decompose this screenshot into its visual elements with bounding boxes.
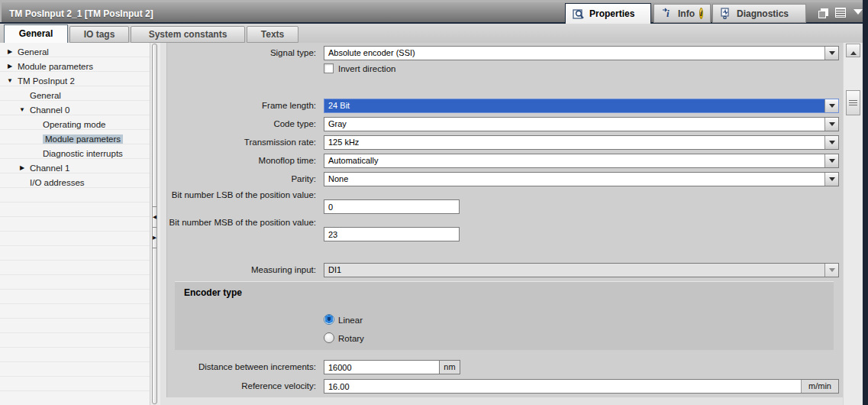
chevron-down-icon[interactable]	[824, 154, 838, 167]
thumb-grip-icon	[849, 100, 857, 101]
chevron-down-icon[interactable]	[18, 106, 26, 113]
signal-type-label: Signal type:	[167, 48, 316, 57]
navigation-tree: General Module parameters TM PosInput 2 …	[0, 43, 150, 405]
module-parameters-form: Signal type: Absolute encoder (SSI) Inve…	[166, 43, 843, 397]
chevron-down-icon[interactable]	[824, 118, 838, 131]
bit-msb-label: Bit number MSB of the position value:	[167, 218, 316, 227]
tab-strip: General IO tags System constants Texts	[0, 24, 863, 43]
tree-item-io-addresses[interactable]: I/O addresses	[0, 175, 150, 190]
tab-general[interactable]: General	[4, 24, 68, 43]
bit-lsb-input[interactable]	[324, 199, 460, 214]
measuring-input-label: Measuring input:	[167, 265, 316, 274]
chevron-down-icon[interactable]	[853, 9, 863, 19]
tab-info[interactable]: i Info i	[653, 4, 711, 23]
chevron-down-icon[interactable]	[6, 77, 14, 84]
monoflop-time-label: Monoflop time:	[167, 156, 316, 165]
properties-window: TM PosInput 2_1 [TM PosInput 2] Properti…	[0, 0, 868, 405]
chevron-down-icon[interactable]	[824, 47, 838, 60]
duplicate-panel-icon[interactable]	[818, 8, 828, 18]
measuring-input-select[interactable]: DI1	[324, 263, 839, 277]
collapse-left-icon[interactable]: ◀	[152, 207, 157, 227]
reference-velocity-label: Reference velocity:	[167, 381, 316, 390]
tab-texts[interactable]: Texts	[247, 26, 298, 43]
chevron-down-icon[interactable]	[824, 136, 838, 149]
tree-item-operating-mode[interactable]: Operating mode	[0, 117, 150, 131]
encoder-linear-label: Linear	[338, 316, 363, 325]
invert-direction-label: Invert direction	[338, 64, 395, 73]
tab-properties[interactable]: Properties	[565, 3, 651, 24]
info-badge-icon: i	[699, 8, 703, 19]
tab-properties-label: Properties	[589, 8, 634, 19]
encoder-rotary-label: Rotary	[338, 334, 364, 343]
frame-length-select[interactable]: 24 Bit	[324, 99, 839, 113]
selected-tree-item: Module parameters	[43, 134, 123, 144]
pane-splitter[interactable]: ◀ ▶	[150, 43, 160, 405]
tree-item-diagnostic-interrupts[interactable]: Diagnostic interrupts	[0, 146, 150, 160]
tree-item-module-parameters-channel0[interactable]: Module parameters	[0, 131, 150, 146]
distance-between-increments-label: Distance between increments:	[167, 362, 316, 371]
window-controls	[818, 6, 863, 19]
distance-unit-chip: nm	[440, 360, 460, 374]
bit-lsb-label: Bit number LSB of the position value:	[167, 190, 316, 199]
tab-diagnostics-label: Diagnostics	[737, 8, 789, 19]
chevron-down-icon[interactable]	[824, 99, 838, 112]
signal-type-select[interactable]: Absolute encoder (SSI)	[324, 46, 839, 60]
tree-item-module-parameters[interactable]: Module parameters	[0, 59, 150, 73]
reference-velocity-unit-chip: m/min	[801, 380, 838, 393]
transmission-rate-label: Transmission rate:	[167, 138, 316, 147]
info-icon: i	[661, 8, 673, 19]
window-title: TM PosInput 2_1 [TM PosInput 2]	[9, 8, 153, 19]
scroll-up-button[interactable]	[846, 44, 860, 57]
reference-velocity-input[interactable]	[324, 380, 801, 393]
tree-item-tm-posinput-2[interactable]: TM PosInput 2	[0, 73, 150, 88]
chevron-right-icon[interactable]	[6, 63, 14, 70]
transmission-rate-select[interactable]: 125 kHz	[324, 135, 839, 150]
splitter-collapse-controls: ◀ ▶	[152, 206, 157, 248]
chevron-right-icon[interactable]	[18, 164, 26, 171]
tab-diagnostics[interactable]: Diagnostics	[712, 4, 806, 23]
scrollbar-thumb[interactable]	[846, 90, 860, 115]
tab-system-constants[interactable]: System constants	[131, 26, 245, 43]
chevron-down-icon[interactable]	[824, 173, 838, 186]
reference-velocity-field: m/min	[324, 379, 839, 394]
collapse-right-icon[interactable]: ▶	[152, 228, 157, 248]
encoder-rotary-radio[interactable]	[324, 332, 334, 343]
tree-item-general[interactable]: General	[0, 44, 150, 59]
thumb-grip-icon	[849, 105, 857, 105]
parity-select[interactable]: None	[324, 172, 839, 186]
encoder-type-title: Encoder type	[184, 287, 242, 298]
distance-between-increments-input[interactable]	[324, 360, 440, 374]
vertical-scrollbar[interactable]	[843, 43, 863, 405]
frame-length-label: Frame length:	[167, 101, 316, 110]
tree-item-channel-1[interactable]: Channel 1	[0, 160, 150, 175]
tab-info-label: Info	[678, 8, 695, 19]
parity-label: Parity:	[167, 174, 316, 183]
chevron-down-icon[interactable]	[824, 264, 838, 277]
tree-item-general-child[interactable]: General	[0, 88, 150, 102]
monoflop-time-select[interactable]: Automatically	[324, 154, 839, 168]
diagnostics-icon	[720, 8, 732, 19]
properties-magnifier-icon	[573, 8, 585, 20]
svg-text:i: i	[666, 8, 670, 19]
encoder-type-section: Encoder type Linear Rotary	[175, 281, 834, 350]
chevron-right-icon[interactable]	[6, 48, 14, 55]
splitter-divider	[153, 248, 156, 248]
thumb-grip-icon	[849, 102, 857, 103]
code-type-label: Code type:	[167, 119, 316, 128]
code-type-select[interactable]: Gray	[324, 117, 839, 131]
tree-item-channel-0[interactable]: Channel 0	[0, 102, 150, 117]
content-area: Signal type: Absolute encoder (SSI) Inve…	[160, 43, 863, 405]
bit-msb-input[interactable]	[324, 227, 460, 241]
encoder-linear-radio[interactable]	[324, 314, 334, 325]
tab-io-tags[interactable]: IO tags	[69, 26, 129, 43]
window-edge	[863, 0, 868, 405]
invert-direction-checkbox[interactable]	[324, 63, 334, 73]
list-icon[interactable]	[835, 8, 846, 18]
